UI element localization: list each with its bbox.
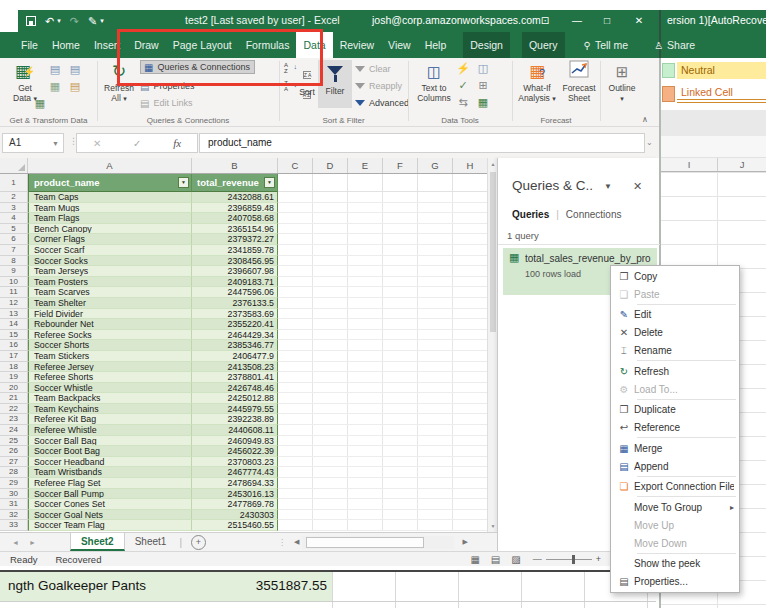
reapply-button[interactable]: Reapply: [355, 79, 402, 93]
row-number[interactable]: 7: [0, 245, 28, 256]
ribbon-tab[interactable]: Design: [463, 32, 510, 58]
product-name-cell[interactable]: Team Posters: [28, 277, 192, 288]
total-revenue-cell[interactable]: 2425012.88: [192, 393, 278, 404]
row-number[interactable]: 1: [0, 174, 28, 192]
table-row[interactable]: 16 Soccer Shorts 2385346.77: [0, 340, 488, 351]
total-revenue-cell[interactable]: 2464429.34: [192, 330, 278, 341]
table-row[interactable]: 28 Team Wristbands 2467774.43: [0, 467, 488, 478]
table-row[interactable]: 18 Referee Jersey 2413508.23: [0, 362, 488, 373]
from-web-icon[interactable]: ▤: [68, 62, 82, 76]
header-cell-product-name[interactable]: product_name ▼: [28, 174, 192, 192]
product-name-cell[interactable]: Field Divider: [28, 309, 192, 320]
column-header[interactable]: B: [192, 158, 278, 173]
table-row[interactable]: 22 Team Keychains 2445979.55: [0, 404, 488, 415]
row-number[interactable]: 15: [0, 330, 28, 341]
menu-item[interactable]: ✕ Delete: [611, 324, 739, 342]
table-row[interactable]: 15 Referee Socks 2464429.34: [0, 330, 488, 341]
product-name-cell[interactable]: Referee Flag Set: [28, 478, 192, 489]
menu-item[interactable]: Move Down: [611, 534, 739, 552]
row-number[interactable]: 5: [0, 224, 28, 235]
row-number[interactable]: 24: [0, 425, 28, 436]
flash-fill-icon[interactable]: ⚡: [456, 61, 470, 75]
page-break-view-icon[interactable]: ▨: [511, 554, 520, 565]
row-number[interactable]: 19: [0, 372, 28, 383]
ribbon-display-options-icon[interactable]: ⊡: [534, 10, 556, 32]
row-number[interactable]: 4: [0, 213, 28, 224]
row-number[interactable]: 33: [0, 520, 28, 531]
row-number[interactable]: 11: [0, 287, 28, 298]
text-to-columns-button[interactable]: ◫ Text to Columns: [414, 60, 454, 103]
total-revenue-cell[interactable]: 2430303: [192, 510, 278, 521]
total-revenue-cell[interactable]: 2396859.48: [192, 203, 278, 214]
table-row[interactable]: 8 Soccer Socks 2308456.95: [0, 256, 488, 267]
menu-item[interactable]: ↩ Reference: [611, 419, 739, 437]
row-number[interactable]: 18: [0, 362, 28, 373]
name-box[interactable]: A1 ▼: [2, 133, 64, 153]
column-header[interactable]: H: [453, 158, 488, 173]
total-revenue-cell[interactable]: 2407058.68: [192, 213, 278, 224]
product-name-cell[interactable]: Team Keychains: [28, 404, 192, 415]
menu-item[interactable]: ▤ Properties...: [611, 573, 739, 591]
page-layout-view-icon[interactable]: ▤: [491, 554, 500, 565]
menu-item[interactable]: Show the peek: [611, 555, 739, 573]
table-row[interactable]: 23 Referee Kit Bag 2392238.89: [0, 414, 488, 425]
row-number[interactable]: 26: [0, 446, 28, 457]
product-name-cell[interactable]: Referee Shorts: [28, 372, 192, 383]
product-name-cell[interactable]: Team Wristbands: [28, 467, 192, 478]
product-name-cell[interactable]: Team Stickers: [28, 351, 192, 362]
sheet-tab-sheet2[interactable]: Sheet2: [70, 533, 125, 551]
minimize-icon[interactable]: —: [566, 10, 588, 32]
menu-item[interactable]: ▤ Append: [611, 457, 739, 475]
normal-view-icon[interactable]: ▦: [470, 554, 479, 565]
save-icon[interactable]: [26, 16, 36, 26]
column-header[interactable]: E: [348, 158, 383, 173]
product-name-cell[interactable]: Referee Socks: [28, 330, 192, 341]
ribbon-tab[interactable]: File: [14, 32, 45, 58]
product-name-cell[interactable]: Soccer Scarf: [28, 245, 192, 256]
product-name-cell[interactable]: Soccer Cones Set: [28, 499, 192, 510]
total-revenue-cell[interactable]: 2392238.89: [192, 414, 278, 425]
product-name-cell[interactable]: Soccer Ball Bag: [28, 436, 192, 447]
row-number[interactable]: 3: [0, 203, 28, 214]
select-all-corner[interactable]: [0, 158, 28, 173]
row-number[interactable]: 30: [0, 489, 28, 500]
data-validation-icon[interactable]: ✓: [456, 78, 470, 92]
product-name-cell[interactable]: Referee Whistle: [28, 425, 192, 436]
advanced-filter-button[interactable]: Advanced: [355, 96, 409, 110]
undo-icon[interactable]: ↶: [45, 15, 54, 28]
ribbon-tab[interactable]: Query: [522, 32, 565, 58]
edit-links-button[interactable]: ▤ Edit Links: [140, 96, 192, 110]
zoom-slider[interactable]: — +: [533, 554, 601, 564]
total-revenue-cell[interactable]: 2406477.9: [192, 351, 278, 362]
menu-item[interactable]: ✎ Edit: [611, 306, 739, 324]
column-header[interactable]: D: [313, 158, 348, 173]
column-header[interactable]: I: [661, 158, 717, 171]
status-recovered[interactable]: Recovered: [55, 554, 101, 565]
total-revenue-cell[interactable]: 2460949.83: [192, 436, 278, 447]
table-row[interactable]: 25 Soccer Ball Bag 2460949.83: [0, 436, 488, 447]
ribbon-tab[interactable]: Tell me: [577, 32, 636, 58]
orange-style-chip-fragment[interactable]: [662, 86, 675, 102]
relationships-icon[interactable]: ⇆: [456, 95, 470, 109]
product-name-cell[interactable]: Team Backpacks: [28, 393, 192, 404]
redo-icon[interactable]: ↷: [70, 15, 79, 28]
row-number[interactable]: 32: [0, 510, 28, 521]
sheet-tab-sheet1[interactable]: Sheet1: [125, 533, 177, 551]
table-row[interactable]: 10 Team Posters 2409183.71: [0, 277, 488, 288]
table-row[interactable]: 17 Team Stickers 2406477.9: [0, 351, 488, 362]
table-row[interactable]: 19 Referee Shorts 2378801.41: [0, 372, 488, 383]
ribbon-tab[interactable]: Share: [647, 32, 702, 58]
ribbon-tab[interactable]: Review: [333, 32, 381, 58]
table-row[interactable]: 20 Soccer Whistle 2426748.46: [0, 383, 488, 394]
product-name-cell[interactable]: Soccer Team Flag: [28, 520, 192, 531]
filter-dropdown-icon[interactable]: ▼: [178, 177, 189, 188]
product-name-cell[interactable]: Team Mugs: [28, 203, 192, 214]
row-number[interactable]: 21: [0, 393, 28, 404]
table-row[interactable]: 33 Soccer Team Flag 2515460.55: [0, 520, 488, 531]
table-row[interactable]: 21 Team Backpacks 2425012.88: [0, 393, 488, 404]
table-row[interactable]: 5 Bench Canopy 2365154.96: [0, 224, 488, 235]
expand-formulabar-icon[interactable]: ⌄: [646, 138, 653, 147]
menu-item[interactable]: ❐ Duplicate: [611, 401, 739, 419]
existing-connections-icon[interactable]: ▦: [33, 96, 47, 110]
total-revenue-cell[interactable]: 2440608.11: [192, 425, 278, 436]
